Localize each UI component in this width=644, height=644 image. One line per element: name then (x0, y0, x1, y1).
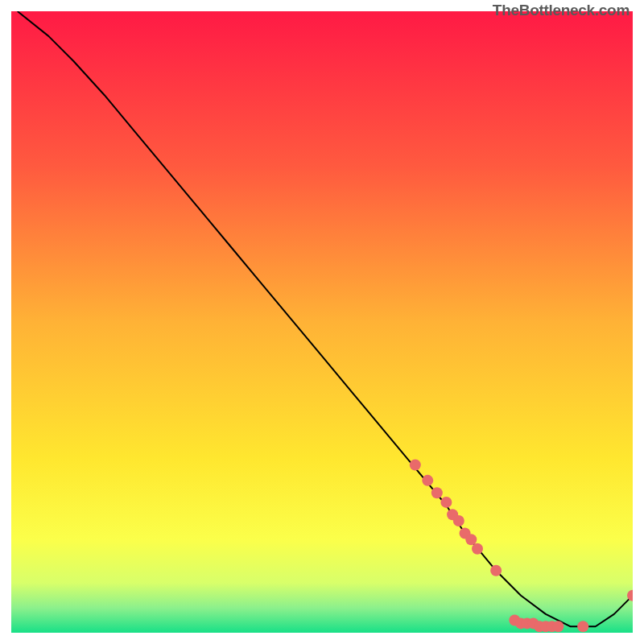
marker-dot (490, 565, 502, 576)
marker-dot (410, 460, 421, 471)
gradient-background (11, 11, 633, 633)
marker-dot (431, 487, 443, 498)
chart-svg (11, 11, 633, 633)
marker-dot (440, 497, 452, 508)
watermark-text: TheBottleneck.com (493, 2, 630, 19)
marker-dot (422, 475, 433, 486)
marker-dot (472, 543, 483, 555)
marker-dot (577, 621, 588, 632)
marker-dot (552, 621, 564, 632)
marker-dot (465, 534, 477, 545)
bottleneck-chart: TheBottleneck.com (0, 0, 644, 644)
plot-area (11, 11, 633, 633)
marker-dot (453, 515, 464, 526)
